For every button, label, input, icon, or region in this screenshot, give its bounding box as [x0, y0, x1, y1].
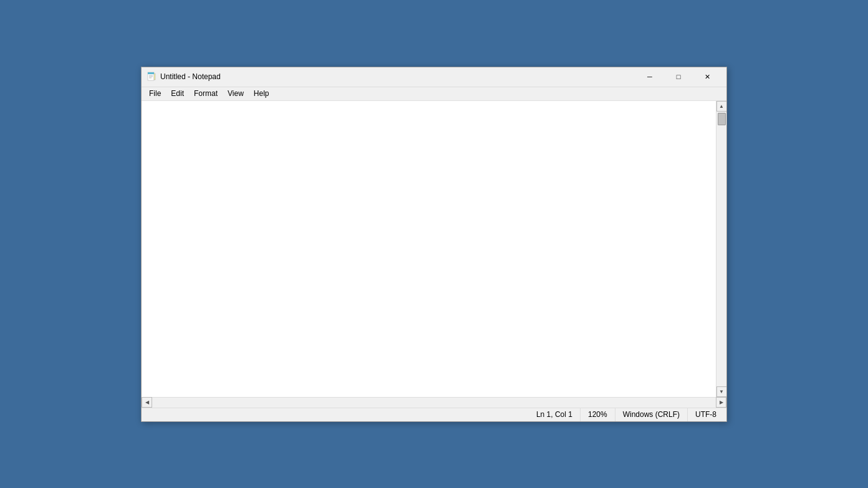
zoom-level: 120%	[581, 408, 615, 421]
close-button[interactable]: ✕	[693, 67, 721, 87]
text-editor[interactable]	[142, 101, 716, 397]
window-title: Untitled - Notepad	[160, 72, 221, 81]
status-bar: Ln 1, Col 1 120% Windows (CRLF) UTF-8	[142, 408, 726, 421]
svg-rect-1	[148, 72, 154, 74]
menu-bar: File Edit Format View Help	[142, 87, 726, 101]
notepad-icon	[147, 72, 157, 82]
encoding: UTF-8	[688, 408, 724, 421]
vertical-scrollbar: ▲ ▼	[716, 101, 726, 397]
scroll-right-button[interactable]: ▶	[716, 397, 726, 408]
line-ending: Windows (CRLF)	[615, 408, 688, 421]
title-bar-controls: ─ □ ✕	[635, 67, 721, 87]
scroll-track-horizontal[interactable]	[152, 398, 716, 408]
maximize-button[interactable]: □	[664, 67, 693, 87]
menu-edit[interactable]: Edit	[166, 87, 189, 100]
svg-rect-5	[154, 74, 155, 80]
minimize-button[interactable]: ─	[635, 67, 664, 87]
editor-area: ▲ ▼	[142, 101, 726, 397]
scroll-left-button[interactable]: ◀	[142, 397, 152, 408]
horizontal-scrollbar: ◀ ▶	[142, 397, 726, 408]
menu-format[interactable]: Format	[189, 87, 223, 100]
scroll-up-button[interactable]: ▲	[716, 101, 727, 112]
menu-view[interactable]: View	[223, 87, 249, 100]
title-bar-left: Untitled - Notepad	[147, 72, 221, 82]
cursor-position: Ln 1, Col 1	[529, 408, 581, 421]
scroll-thumb-vertical[interactable]	[718, 113, 726, 125]
title-bar: Untitled - Notepad ─ □ ✕	[142, 67, 726, 87]
scroll-down-button[interactable]: ▼	[716, 386, 727, 397]
menu-file[interactable]: File	[144, 87, 166, 100]
scroll-track-vertical[interactable]	[716, 112, 726, 386]
menu-help[interactable]: Help	[249, 87, 274, 100]
notepad-window: Untitled - Notepad ─ □ ✕ File Edit Forma…	[141, 67, 727, 422]
